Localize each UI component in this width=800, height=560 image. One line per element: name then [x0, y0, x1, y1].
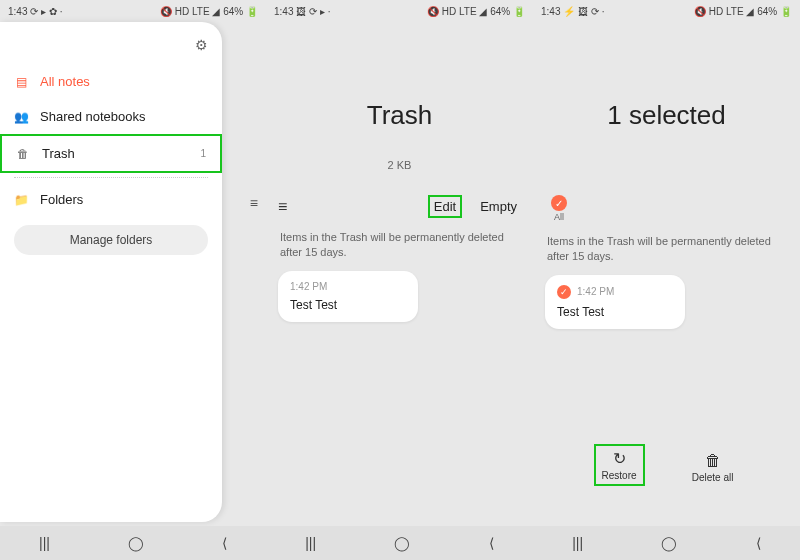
divider [14, 177, 208, 178]
selection-title: 1 selected [533, 22, 800, 131]
home-button[interactable]: ◯ [661, 535, 677, 551]
back-button[interactable]: ⟨ [222, 535, 227, 551]
restore-button[interactable]: ↻ Restore [594, 444, 645, 486]
menu-shared-notebooks[interactable]: 👥 Shared notebooks [0, 99, 222, 134]
settings-icon[interactable]: ⚙ [195, 37, 208, 53]
menu-icon[interactable]: ≡ [250, 195, 258, 211]
trash-size: 2 KB [266, 131, 533, 189]
delete-all-button[interactable]: 🗑 Delete all [686, 449, 740, 486]
navigation-drawer: ⚙ ▤ All notes 👥 Shared notebooks 🗑 Trash… [0, 22, 222, 522]
restore-icon: ↻ [613, 449, 626, 468]
menu-label: All notes [40, 74, 90, 89]
note-time: 1:42 PM [290, 281, 406, 292]
check-icon: ✓ [557, 285, 571, 299]
folder-icon: 📁 [14, 193, 28, 207]
android-nav-bar: ||| ◯ ⟨ [0, 526, 266, 560]
home-button[interactable]: ◯ [128, 535, 144, 551]
back-button[interactable]: ⟨ [756, 535, 761, 551]
menu-label: Folders [40, 192, 83, 207]
check-icon: ✓ [551, 195, 567, 211]
menu-label: Trash [42, 146, 75, 161]
recents-button[interactable]: ||| [572, 535, 583, 551]
recents-button[interactable]: ||| [39, 535, 50, 551]
action-label: Restore [602, 470, 637, 481]
recents-button[interactable]: ||| [305, 535, 316, 551]
android-nav-bar: ||| ◯ ⟨ [533, 526, 800, 560]
trash-info-text: Items in the Trash will be permanently d… [266, 224, 533, 271]
menu-all-notes[interactable]: ▤ All notes [0, 64, 222, 99]
note-title: Test Test [290, 292, 406, 312]
page-title: Trash [266, 22, 533, 131]
android-nav-bar: ||| ◯ ⟨ [266, 526, 533, 560]
trash-count: 1 [200, 148, 206, 159]
back-button[interactable]: ⟨ [489, 535, 494, 551]
note-icon: ▤ [14, 75, 28, 89]
empty-button[interactable]: Empty [476, 197, 521, 216]
action-label: Delete all [692, 472, 734, 483]
trash-icon: 🗑 [16, 147, 30, 161]
status-bar: 1:43⚡ 🖼 ⟳ · 🔇 HD LTE ◢ 64% 🔋 [533, 0, 800, 22]
trash-icon: 🗑 [705, 452, 721, 470]
home-button[interactable]: ◯ [394, 535, 410, 551]
note-card[interactable]: 1:42 PM Test Test [278, 271, 418, 322]
note-time: 1:42 PM [577, 286, 614, 297]
edit-button[interactable]: Edit [428, 195, 462, 218]
status-bar: 1:43🖼 ⟳ ▸ · 🔇 HD LTE ◢ 64% 🔋 [266, 0, 533, 22]
select-all[interactable]: ✓ All [551, 195, 567, 222]
note-title: Test Test [557, 299, 673, 319]
select-all-label: All [554, 212, 564, 222]
people-icon: 👥 [14, 110, 28, 124]
status-bar: 1:43⟳ ▸ ✿ · 🔇 HD LTE ◢ 64% 🔋 [0, 0, 266, 22]
menu-trash[interactable]: 🗑 Trash 1 [0, 134, 222, 173]
note-card-selected[interactable]: ✓ 1:42 PM Test Test [545, 275, 685, 329]
menu-label: Shared notebooks [40, 109, 146, 124]
menu-folders[interactable]: 📁 Folders [0, 182, 222, 217]
trash-info-text: Items in the Trash will be permanently d… [533, 228, 800, 275]
menu-icon[interactable]: ≡ [278, 198, 287, 216]
manage-folders-button[interactable]: Manage folders [14, 225, 208, 255]
